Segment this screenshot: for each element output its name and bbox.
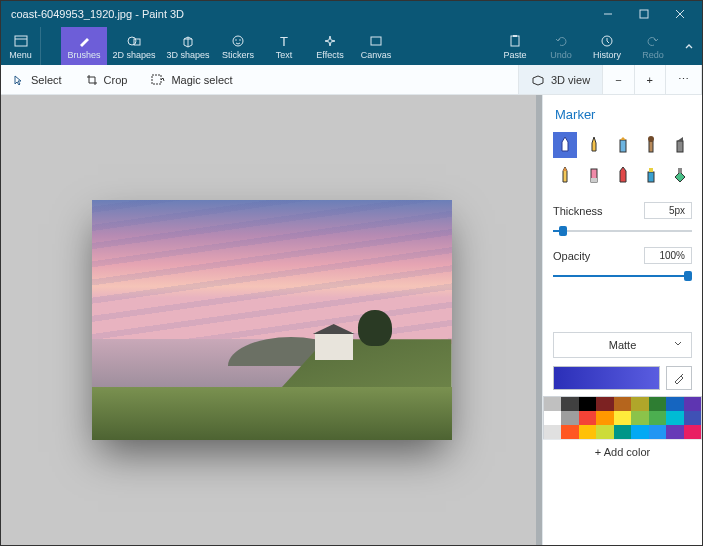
color-swatch[interactable] bbox=[579, 397, 596, 411]
color-swatch[interactable] bbox=[666, 411, 683, 425]
maximize-button[interactable] bbox=[626, 1, 662, 27]
stickers-tab[interactable]: Stickers bbox=[215, 27, 261, 65]
svg-rect-1 bbox=[640, 10, 648, 18]
stickers-label: Stickers bbox=[222, 50, 254, 60]
color-swatch[interactable] bbox=[579, 425, 596, 439]
svg-rect-22 bbox=[591, 178, 597, 182]
color-swatch[interactable] bbox=[631, 411, 648, 425]
select-label: Select bbox=[31, 74, 62, 86]
text-tab[interactable]: T Text bbox=[261, 27, 307, 65]
expand-ribbon-button[interactable] bbox=[676, 27, 702, 65]
paste-button[interactable]: Paste bbox=[492, 27, 538, 65]
brush-oil[interactable] bbox=[611, 132, 635, 158]
add-color-button[interactable]: + Add color bbox=[543, 439, 702, 464]
color-swatch[interactable] bbox=[596, 411, 613, 425]
svg-rect-12 bbox=[371, 37, 381, 45]
brushes-tab[interactable]: Brushes bbox=[61, 27, 107, 65]
color-swatch[interactable] bbox=[631, 397, 648, 411]
close-button[interactable] bbox=[662, 1, 698, 27]
brush-marker[interactable] bbox=[553, 132, 577, 158]
ribbon: Menu Brushes 2D shapes 3D shapes Sticker… bbox=[1, 27, 702, 65]
vertical-scrollbar[interactable] bbox=[536, 95, 542, 545]
color-swatch[interactable] bbox=[561, 397, 578, 411]
text-label: Text bbox=[276, 50, 293, 60]
opacity-slider[interactable] bbox=[553, 268, 692, 284]
color-swatch[interactable] bbox=[684, 425, 701, 439]
menu-button[interactable]: Menu bbox=[1, 27, 41, 65]
effects-icon bbox=[323, 33, 337, 49]
thickness-slider[interactable] bbox=[553, 223, 692, 239]
canvas-tab[interactable]: Canvas bbox=[353, 27, 399, 65]
2d-shapes-tab[interactable]: 2D shapes bbox=[107, 27, 161, 65]
brush-spray[interactable] bbox=[639, 162, 663, 188]
color-swatch[interactable] bbox=[649, 397, 666, 411]
thickness-value[interactable]: 5px bbox=[644, 202, 692, 219]
zoom-in-button[interactable]: + bbox=[635, 65, 666, 94]
zoom-out-button[interactable]: − bbox=[603, 65, 634, 94]
main-area: Marker Thickness 5px Opacity 100% bbox=[1, 95, 702, 545]
2d-shapes-label: 2D shapes bbox=[112, 50, 155, 60]
3d-shapes-tab[interactable]: 3D shapes bbox=[161, 27, 215, 65]
crop-label: Crop bbox=[104, 74, 128, 86]
material-dropdown[interactable]: Matte bbox=[553, 332, 692, 358]
svg-point-9 bbox=[235, 39, 237, 41]
color-swatch[interactable] bbox=[631, 425, 648, 439]
color-swatch[interactable] bbox=[649, 425, 666, 439]
undo-button[interactable]: Undo bbox=[538, 27, 584, 65]
color-swatch[interactable] bbox=[561, 425, 578, 439]
brushes-label: Brushes bbox=[67, 50, 100, 60]
history-button[interactable]: History bbox=[584, 27, 630, 65]
magic-select-tool[interactable]: Magic select bbox=[139, 65, 244, 94]
redo-button[interactable]: Redo bbox=[630, 27, 676, 65]
3d-view-icon bbox=[531, 74, 545, 86]
brush-crayon[interactable] bbox=[611, 162, 635, 188]
canvas-icon bbox=[369, 33, 383, 49]
color-swatch[interactable] bbox=[684, 411, 701, 425]
brush-calligraphy[interactable] bbox=[582, 132, 606, 158]
svg-rect-18 bbox=[649, 141, 653, 152]
svg-rect-25 bbox=[678, 168, 682, 173]
color-swatch[interactable] bbox=[579, 411, 596, 425]
color-swatch[interactable] bbox=[544, 411, 561, 425]
color-swatch[interactable] bbox=[649, 411, 666, 425]
brush-eraser[interactable] bbox=[582, 162, 606, 188]
brush-pencil[interactable] bbox=[553, 162, 577, 188]
color-swatch[interactable] bbox=[614, 411, 631, 425]
minimize-button[interactable] bbox=[590, 1, 626, 27]
crop-tool[interactable]: Crop bbox=[74, 65, 140, 94]
brush-icon bbox=[77, 33, 91, 49]
3d-view-button[interactable]: 3D view bbox=[519, 65, 603, 94]
text-icon: T bbox=[277, 33, 291, 49]
color-swatch[interactable] bbox=[561, 411, 578, 425]
brush-fill[interactable] bbox=[668, 162, 692, 188]
more-button[interactable]: ⋯ bbox=[666, 65, 702, 94]
color-swatch[interactable] bbox=[596, 397, 613, 411]
brush-watercolor[interactable] bbox=[639, 132, 663, 158]
current-color[interactable] bbox=[553, 366, 660, 390]
color-swatch[interactable] bbox=[666, 425, 683, 439]
history-label: History bbox=[593, 50, 621, 60]
select-tool[interactable]: Select bbox=[1, 65, 74, 94]
effects-tab[interactable]: Effects bbox=[307, 27, 353, 65]
color-swatch[interactable] bbox=[666, 397, 683, 411]
svg-point-6 bbox=[128, 37, 136, 45]
opacity-value[interactable]: 100% bbox=[644, 247, 692, 264]
canvas-workspace[interactable] bbox=[1, 95, 542, 545]
color-swatch[interactable] bbox=[684, 397, 701, 411]
brush-pixel[interactable] bbox=[668, 132, 692, 158]
color-swatch[interactable] bbox=[596, 425, 613, 439]
eyedropper-button[interactable] bbox=[666, 366, 692, 390]
color-swatch[interactable] bbox=[544, 425, 561, 439]
cursor-icon bbox=[13, 74, 25, 86]
color-swatch[interactable] bbox=[544, 397, 561, 411]
color-swatch[interactable] bbox=[614, 397, 631, 411]
undo-label: Undo bbox=[550, 50, 572, 60]
redo-icon bbox=[646, 33, 660, 49]
svg-rect-24 bbox=[649, 168, 653, 172]
canvas-image[interactable] bbox=[92, 200, 452, 440]
svg-rect-20 bbox=[677, 141, 683, 152]
crop-icon bbox=[86, 74, 98, 86]
panel-title: Marker bbox=[555, 107, 692, 122]
color-swatch[interactable] bbox=[614, 425, 631, 439]
svg-text:T: T bbox=[280, 34, 288, 48]
